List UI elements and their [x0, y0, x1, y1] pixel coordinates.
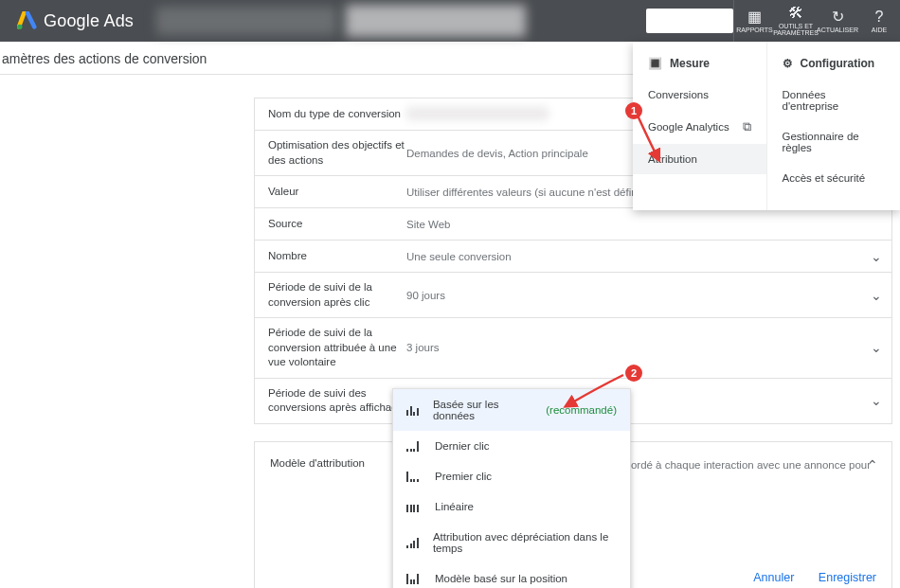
reports-icon: ▦ — [747, 9, 762, 25]
row-value: 3 jours — [406, 342, 878, 353]
option-time-decay[interactable]: Attribution avec dépréciation dans le te… — [393, 522, 630, 563]
option-first-click[interactable]: Premier clic — [393, 461, 630, 491]
row-label: Valeur — [268, 185, 406, 200]
row-value: Une seule conversion — [406, 251, 878, 262]
menu-item-label: Gestionnaire de règles — [783, 131, 886, 153]
bars-icon — [406, 573, 423, 584]
row-label: Optimisation des objectifs et des action… — [268, 138, 406, 168]
obscured-breadcrumb — [156, 7, 336, 35]
tools-menu-col-config: ⚙ Configuration Données d'entreprise Ges… — [766, 42, 901, 210]
help-icon: ? — [875, 9, 884, 25]
col-head-label: Mesure — [670, 57, 710, 70]
option-label: Attribution avec dépréciation dans le te… — [433, 531, 617, 554]
option-last-click[interactable]: Dernier clic — [393, 431, 630, 461]
callout-arrow-1 — [592, 112, 658, 171]
row-label: Période de suivi des conversions après a… — [268, 386, 406, 416]
chevron-down-icon: ⌄ — [871, 340, 882, 355]
row-label: Nom du type de conversion — [268, 107, 406, 122]
callout-badge-1: 1 — [625, 102, 642, 119]
menu-item-business-data[interactable]: Données d'entreprise — [767, 80, 901, 121]
bars-icon — [406, 501, 423, 512]
option-label: Modèle basé sur la position — [435, 573, 567, 584]
option-label: Dernier clic — [435, 440, 490, 452]
row-value: Site Web — [406, 219, 878, 230]
bars-icon — [406, 404, 422, 416]
menu-item-label: Accès et sécurité — [783, 172, 866, 184]
option-label: Linéaire — [435, 501, 474, 512]
google-ads-logo-icon — [17, 11, 38, 30]
row-label: Période de suivi de la conversion attrib… — [268, 326, 406, 370]
row-label: Source — [268, 217, 406, 232]
bars-icon — [406, 537, 422, 548]
config-icon: ⚙ — [783, 57, 793, 70]
row-value: 90 jours — [406, 290, 878, 301]
row-click-window[interactable]: Période de suivi de la conversion après … — [255, 273, 891, 318]
col-head-label: Configuration — [801, 57, 875, 70]
menu-item-access-security[interactable]: Accès et sécurité — [767, 163, 901, 193]
chevron-down-icon: ⌄ — [871, 288, 882, 303]
option-label: Premier clic — [435, 471, 492, 482]
col-head-measure: 🔳 Mesure — [633, 51, 766, 80]
chevron-down-icon: ⌄ — [871, 249, 882, 264]
option-linear[interactable]: Linéaire — [393, 491, 630, 522]
chevron-up-icon[interactable]: ⌃ — [867, 457, 878, 472]
row-count[interactable]: Nombre Une seule conversion ⌄ — [255, 241, 891, 273]
brand: Google Ads — [0, 11, 151, 31]
row-source[interactable]: Source Site Web — [255, 208, 891, 241]
tools-button[interactable]: 🛠 OUTILS ET PARAMÈTRES — [775, 0, 817, 42]
reports-button[interactable]: ▦ RAPPORTS — [733, 0, 775, 42]
panel-label: Modèle d'attribution — [270, 457, 408, 469]
tools-icon: 🛠 — [788, 6, 803, 21]
brand-text: Google Ads — [44, 11, 134, 31]
refresh-icon: ↻ — [832, 9, 844, 25]
search-input[interactable] — [646, 9, 733, 33]
help-button[interactable]: ? AIDE — [858, 0, 900, 42]
svg-point-0 — [17, 25, 22, 29]
row-label: Nombre — [268, 249, 406, 264]
cancel-button[interactable]: Annuler — [753, 571, 794, 584]
option-position-based[interactable]: Modèle basé sur la position — [393, 563, 630, 588]
bars-icon — [406, 440, 423, 452]
menu-item-label: Conversions — [648, 89, 709, 100]
top-icon-bar: ▦ RAPPORTS 🛠 OUTILS ET PARAMÈTRES ↻ ACTU… — [733, 0, 900, 42]
bars-icon — [406, 471, 423, 482]
measure-icon: 🔳 — [648, 57, 662, 70]
menu-item-rules-manager[interactable]: Gestionnaire de règles — [767, 121, 901, 163]
option-label: Basée sur les données — [433, 399, 531, 421]
save-button[interactable]: Enregistrer — [819, 571, 876, 584]
col-head-config: ⚙ Configuration — [767, 51, 901, 80]
menu-item-label: Données d'entreprise — [783, 89, 886, 112]
icon-label: AIDE — [872, 27, 887, 33]
icon-label: RAPPORTS — [736, 27, 772, 33]
obscured-breadcrumb — [346, 5, 526, 37]
top-bar: Google Ads ▦ RAPPORTS 🛠 OUTILS ET PARAMÈ… — [0, 0, 900, 42]
icon-label: OUTILS ET PARAMÈTRES — [773, 23, 819, 36]
external-link-icon: ⧉ — [743, 119, 751, 134]
icon-label: ACTUALISER — [817, 27, 858, 33]
menu-item-conversions[interactable]: Conversions — [633, 80, 766, 110]
obscured-value — [406, 107, 549, 120]
menu-item-label: Google Analytics — [648, 121, 729, 133]
chevron-down-icon: ⌄ — [871, 393, 882, 408]
row-view-window[interactable]: Période de suivi de la conversion attrib… — [255, 318, 891, 379]
callout-badge-2: 2 — [625, 365, 642, 382]
tools-menu: 🔳 Mesure Conversions Google Analytics⧉ A… — [633, 42, 900, 210]
refresh-button[interactable]: ↻ ACTUALISER — [817, 0, 858, 42]
row-label: Période de suivi de la conversion après … — [268, 280, 406, 310]
